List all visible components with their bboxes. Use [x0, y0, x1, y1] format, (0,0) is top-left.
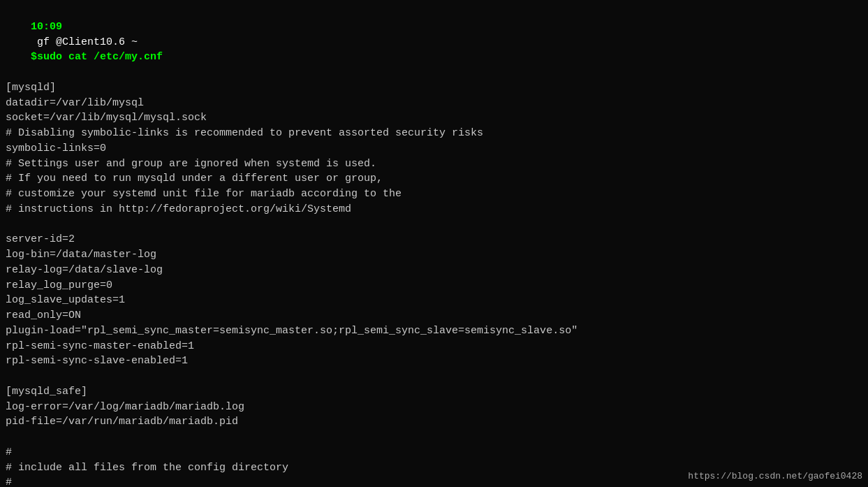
line-socket: socket=/var/lib/mysql/mysql.sock [6, 110, 862, 126]
line-relaylog: relay-log=/data/slave-log [6, 263, 862, 278]
line-plugin: plugin-load="rpl_semi_sync_master=semisy… [6, 324, 862, 339]
line-comment2: # Settings user and group are ignored wh… [6, 157, 862, 172]
empty-line-1 [6, 217, 862, 233]
cmd-1: $sudo cat /etc/my.cnf [31, 51, 163, 63]
line-comment3: # If you need to run mysqld under a diff… [6, 171, 862, 187]
user-host-1: gf @Client10.6 ~ [31, 36, 144, 48]
line-serverid: server-id=2 [6, 232, 862, 247]
line-datadir: datadir=/var/lib/mysql [6, 96, 862, 111]
line-master-enabled: rpl-semi-sync-master-enabled=1 [6, 339, 862, 354]
line-mysqld-safe: [mysqld_safe] [6, 384, 862, 400]
empty-line-2 [6, 369, 862, 384]
line-symlinks: symbolic-links=0 [6, 141, 862, 157]
time-1: 10:09 [31, 21, 62, 33]
prompt-line-1: 10:09 gf @Client10.6 ~ $sudo cat /etc/my… [6, 4, 862, 80]
line-comment5: # instructions in http://fedoraproject.o… [6, 202, 862, 217]
line-hash1: # [6, 445, 862, 460]
line-logslave: log_slave_updates=1 [6, 293, 862, 308]
line-comment1: # Disabling symbolic-links is recommende… [6, 126, 862, 141]
line-pidfile: pid-file=/var/run/mariadb/mariadb.pid [6, 414, 862, 430]
line-relaypurge: relay_log_purge=0 [6, 278, 862, 293]
line-logerror: log-error=/var/log/mariadb/mariadb.log [6, 400, 862, 415]
line-slave-enabled: rpl-semi-sync-slave-enabled=1 [6, 354, 862, 369]
line-readonly: read_only=ON [6, 308, 862, 324]
empty-line-3 [6, 430, 862, 445]
line-comment4: # customize your systemd unit file for m… [6, 187, 862, 202]
line-logbin: log-bin=/data/master-log [6, 247, 862, 263]
line-mysqld: [mysqld] [6, 80, 862, 96]
watermark: https://blog.csdn.net/gaofei0428 [688, 471, 862, 481]
terminal: 10:09 gf @Client10.6 ~ $sudo cat /etc/my… [0, 0, 868, 487]
